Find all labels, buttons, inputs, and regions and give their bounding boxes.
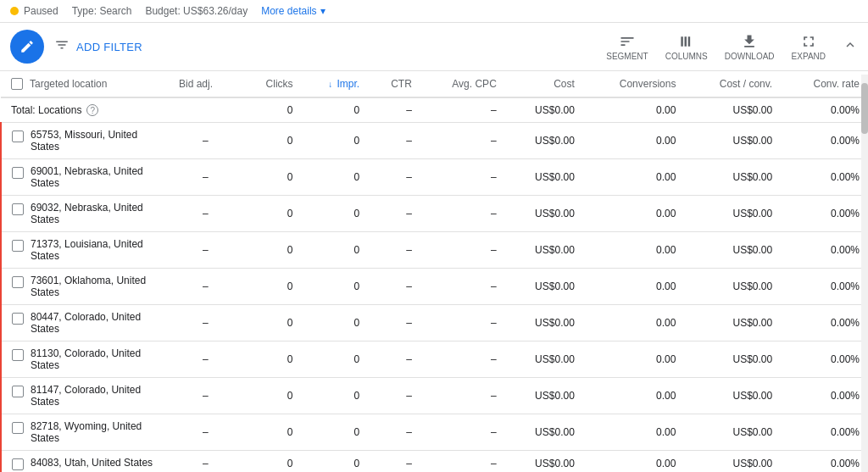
- cell-value: US$0.00: [684, 414, 781, 451]
- table-row: 69001, Nebraska, United States–00––US$0.…: [1, 159, 868, 196]
- cell-value: 0.00%: [781, 342, 868, 378]
- cell-value: –: [170, 342, 241, 378]
- budget-label: Budget: US$63.26/day: [145, 5, 248, 17]
- cell-value: 0: [302, 232, 369, 269]
- cell-value: 0: [302, 378, 369, 414]
- header-ctr: CTR: [368, 71, 420, 97]
- cell-value: –: [368, 414, 420, 451]
- row-checkbox[interactable]: [12, 130, 24, 142]
- cell-value: –: [170, 196, 241, 232]
- select-all-checkbox[interactable]: [11, 78, 23, 90]
- table-wrapper: Targeted location Bid adj. Clicks ↓ Impr…: [0, 71, 868, 472]
- cell-value: 0: [302, 451, 369, 473]
- cell-value: –: [420, 414, 505, 451]
- cell-value: –: [368, 305, 420, 342]
- help-icon[interactable]: ?: [86, 104, 98, 116]
- location-text: 81147, Colorado, United States: [31, 384, 162, 408]
- paused-status: Paused: [10, 5, 58, 17]
- cell-value: –: [368, 342, 420, 378]
- cell-value: 0.00%: [781, 305, 868, 342]
- cell-value: US$0.00: [505, 378, 583, 414]
- cell-value: 0: [241, 123, 302, 159]
- edit-fab-button[interactable]: [10, 30, 44, 64]
- paused-label: Paused: [24, 5, 58, 17]
- location-text: 65753, Missouri, United States: [31, 129, 162, 153]
- cell-value: 0: [302, 159, 369, 196]
- header-impr[interactable]: ↓ Impr.: [302, 71, 369, 97]
- header-conversions: Conversions: [583, 71, 685, 97]
- table-row: 65753, Missouri, United States–00––US$0.…: [1, 123, 868, 159]
- header-cost: Cost: [505, 71, 583, 97]
- cell-value: US$0.00: [684, 305, 781, 342]
- cell-value: –: [170, 305, 241, 342]
- cell-value: 0.00%: [781, 196, 868, 232]
- cell-value: –: [420, 305, 505, 342]
- cell-value: 0: [241, 159, 302, 196]
- row-checkbox[interactable]: [12, 349, 24, 361]
- cell-value: US$0.00: [505, 414, 583, 451]
- location-cell: 65753, Missouri, United States: [12, 129, 162, 153]
- cell-value: –: [368, 196, 420, 232]
- cell-value: 0.00: [583, 123, 685, 159]
- cell-value: –: [170, 451, 241, 473]
- more-details-link[interactable]: More details ▾: [261, 5, 325, 17]
- header-conv-rate: Conv. rate: [781, 71, 868, 97]
- cell-value: US$0.00: [505, 196, 583, 232]
- collapse-button[interactable]: [843, 37, 858, 57]
- cell-value: 0.00%: [781, 123, 868, 159]
- table-row: 69032, Nebraska, United States–00––US$0.…: [1, 196, 868, 232]
- cell-value: 0.00%: [781, 414, 868, 451]
- status-bar: Paused Type: Search Budget: US$63.26/day…: [0, 0, 868, 23]
- cell-value: US$0.00: [684, 269, 781, 305]
- location-text: 69032, Nebraska, United States: [31, 202, 162, 225]
- location-cell: 81130, Colorado, United States: [12, 347, 162, 371]
- download-button[interactable]: DOWNLOAD: [725, 33, 775, 61]
- row-checkbox[interactable]: [12, 386, 24, 397]
- cell-value: 0.00: [583, 305, 685, 342]
- cell-value: 0: [241, 451, 302, 473]
- cell-value: US$0.00: [684, 451, 781, 473]
- cell-value: 0: [241, 196, 302, 232]
- filter-icon[interactable]: [54, 37, 70, 57]
- cell-value: 0.00%: [781, 378, 868, 414]
- segment-button[interactable]: SEGMENT: [606, 33, 648, 61]
- row-checkbox[interactable]: [12, 458, 24, 470]
- cell-value: –: [170, 159, 241, 196]
- cell-value: 0: [241, 269, 302, 305]
- cell-value: US$0.00: [684, 342, 781, 378]
- row-checkbox[interactable]: [12, 422, 24, 434]
- add-filter-button[interactable]: ADD FILTER: [76, 41, 142, 53]
- type-label: Type: Search: [72, 5, 132, 17]
- row-checkbox[interactable]: [12, 313, 24, 325]
- cell-value: –: [368, 232, 420, 269]
- cell-value: –: [368, 378, 420, 414]
- location-cell: 80447, Colorado, United States: [12, 311, 162, 335]
- cell-value: 0: [241, 414, 302, 451]
- chevron-down-icon: ▾: [320, 5, 326, 17]
- scrollbar-track[interactable]: [861, 75, 868, 472]
- cell-value: –: [170, 123, 241, 159]
- scrollbar-thumb[interactable]: [861, 83, 868, 134]
- row-checkbox[interactable]: [12, 276, 24, 288]
- columns-button[interactable]: COLUMNS: [665, 33, 708, 61]
- cell-value: 0.00: [583, 414, 685, 451]
- cell-value: –: [170, 232, 241, 269]
- cell-value: US$0.00: [505, 159, 583, 196]
- location-text: 82718, Wyoming, United States: [31, 420, 162, 444]
- cell-value: US$0.00: [505, 342, 583, 378]
- cell-value: –: [170, 414, 241, 451]
- cell-value: 0: [302, 305, 369, 342]
- toolbar-right: SEGMENT COLUMNS DOWNLOAD EXPAND: [606, 33, 858, 61]
- cell-value: US$0.00: [684, 378, 781, 414]
- cell-value: –: [420, 342, 505, 378]
- row-checkbox[interactable]: [12, 203, 24, 215]
- row-checkbox[interactable]: [12, 240, 24, 252]
- expand-button[interactable]: EXPAND: [792, 33, 826, 61]
- table-row: 80447, Colorado, United States–00––US$0.…: [1, 305, 868, 342]
- toolbar-left: ADD FILTER: [10, 30, 142, 64]
- table-row: 82718, Wyoming, United States–00––US$0.0…: [1, 414, 868, 451]
- row-checkbox[interactable]: [12, 167, 24, 179]
- location-text: 84083, Utah, United States: [31, 457, 153, 469]
- cell-value: 0: [241, 378, 302, 414]
- toolbar: ADD FILTER SEGMENT COLUMNS DOWNLOAD EXPA…: [0, 23, 868, 71]
